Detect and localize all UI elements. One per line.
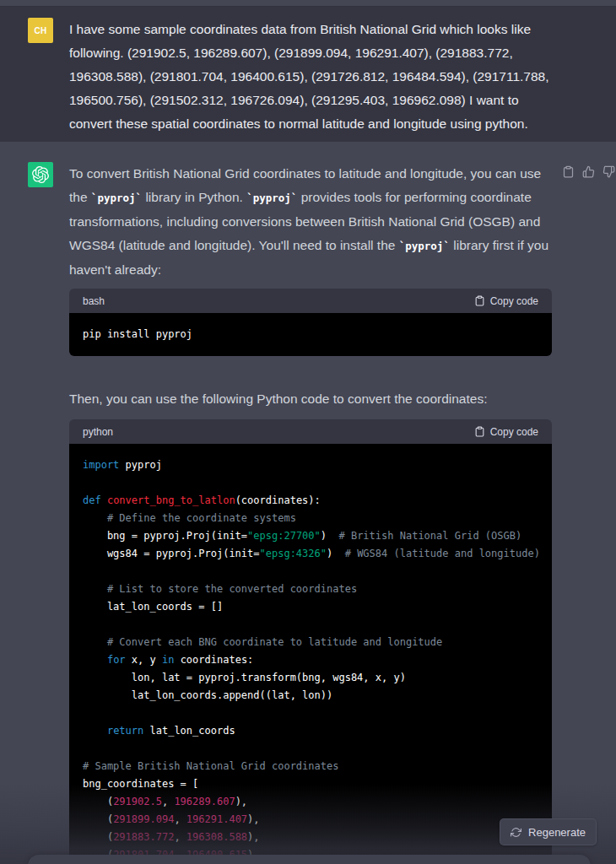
code-block-header: python Copy code xyxy=(69,419,552,444)
refresh-icon xyxy=(511,827,521,838)
code-content-bash: pip install pyproj xyxy=(69,313,552,356)
code-block-bash: bash Copy code pip install pyproj xyxy=(69,289,552,356)
assistant-intro-paragraph: To convert British National Grid coordin… xyxy=(69,162,552,282)
regenerate-label: Regenerate xyxy=(528,826,586,839)
clipboard-icon xyxy=(474,426,485,437)
assistant-then-paragraph: Then, you can use the following Python c… xyxy=(69,387,552,411)
code-block-python: python Copy code import pyproj def conve… xyxy=(69,419,552,864)
user-message-text: I have some sample coordinates data from… xyxy=(69,18,552,136)
thumbs-down-icon xyxy=(602,165,615,178)
code-language-label: bash xyxy=(83,295,105,307)
thumbs-up-icon xyxy=(582,165,595,178)
clipboard-icon xyxy=(474,295,485,306)
code-content-python: import pyproj def convert_bng_to_latlon(… xyxy=(69,444,552,864)
thumbs-down-button[interactable] xyxy=(602,165,615,178)
message-actions xyxy=(562,165,615,178)
regenerate-button[interactable]: Regenerate xyxy=(500,818,597,845)
chat-input-box[interactable] xyxy=(28,855,591,864)
copy-message-button[interactable] xyxy=(562,165,575,178)
assistant-avatar xyxy=(28,162,53,187)
copy-code-label: Copy code xyxy=(490,426,538,438)
copy-code-button[interactable]: Copy code xyxy=(474,295,538,307)
code-block-header: bash Copy code xyxy=(69,289,552,313)
copy-code-button[interactable]: Copy code xyxy=(474,426,538,438)
openai-logo-icon xyxy=(32,166,49,183)
previous-message-edge xyxy=(0,0,616,7)
copy-code-label: Copy code xyxy=(490,295,538,307)
assistant-message-row: To convert British National Grid coordin… xyxy=(0,142,616,864)
clipboard-icon xyxy=(562,165,575,178)
code-language-label: python xyxy=(83,426,113,438)
user-avatar: CH xyxy=(28,18,53,43)
user-message-row: CH I have some sample coordinates data f… xyxy=(0,7,616,142)
thumbs-up-button[interactable] xyxy=(582,165,595,178)
